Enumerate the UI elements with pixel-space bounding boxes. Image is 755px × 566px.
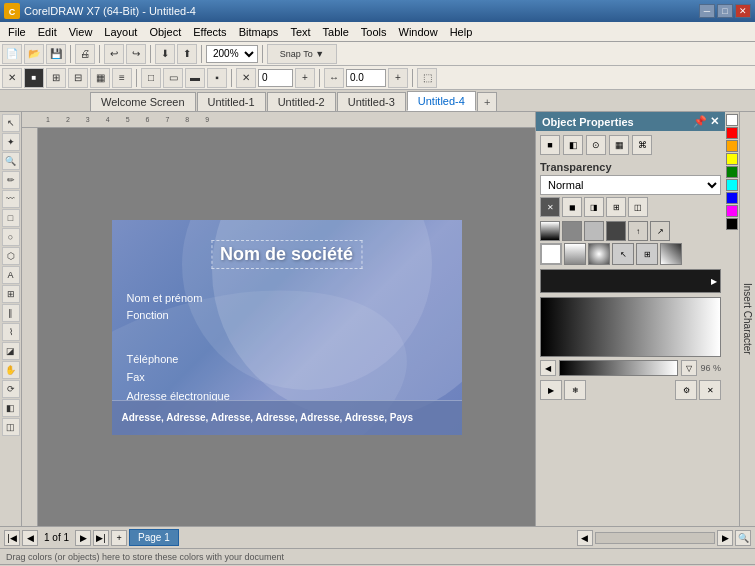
polygon-tool[interactable]: ⬡ [2, 247, 20, 265]
smart-tool[interactable]: 〰 [2, 190, 20, 208]
save-button[interactable]: 💾 [46, 44, 66, 64]
rect-btn[interactable]: □ [141, 68, 161, 88]
gradient-slider[interactable] [559, 360, 678, 376]
sq-swatch-2[interactable] [564, 243, 586, 265]
settings-btn[interactable]: ⚙ [675, 380, 697, 400]
new-button[interactable]: 📄 [2, 44, 22, 64]
minimize-button[interactable]: ─ [699, 4, 715, 18]
menu-table[interactable]: Table [317, 24, 355, 40]
zoom-in-btn[interactable]: 🔍 [735, 530, 751, 546]
menu-view[interactable]: View [63, 24, 99, 40]
menu-text[interactable]: Text [284, 24, 316, 40]
rect3-btn[interactable]: ▬ [185, 68, 205, 88]
menu-edit[interactable]: Edit [32, 24, 63, 40]
parallel-tool[interactable]: ∥ [2, 304, 20, 322]
trans-opt-3[interactable]: ◨ [584, 197, 604, 217]
strip-color-white[interactable] [726, 114, 738, 126]
add-page-btn[interactable]: + [111, 530, 127, 546]
pin-icon[interactable]: 📌 [693, 115, 707, 128]
fill-type-pattern[interactable]: ▦ [609, 135, 629, 155]
strip-color-yellow[interactable] [726, 153, 738, 165]
menu-layout[interactable]: Layout [98, 24, 143, 40]
select-tool[interactable]: ↖ [2, 114, 20, 132]
sq-swatch-3[interactable] [588, 243, 610, 265]
rotation-input[interactable] [258, 69, 293, 87]
scroll-right-btn[interactable]: ▶ [717, 530, 733, 546]
tab-untitled-3[interactable]: Untitled-3 [337, 92, 406, 111]
rect2-btn[interactable]: ▭ [163, 68, 183, 88]
eyedropper-tool[interactable]: ✋ [2, 361, 20, 379]
mirror-h-btn[interactable]: ↔ [324, 68, 344, 88]
cross-icon[interactable]: ✕ [2, 68, 22, 88]
grad-right-btn[interactable]: ▽ [681, 360, 697, 376]
next-page-btn[interactable]: ▶ [75, 530, 91, 546]
add-tab-button[interactable]: + [477, 92, 497, 111]
sq-swatch-4[interactable]: ↖ [612, 243, 634, 265]
sq-swatch-5[interactable]: ⊞ [636, 243, 658, 265]
open-button[interactable]: 📂 [24, 44, 44, 64]
fill-type-flat[interactable]: ■ [540, 135, 560, 155]
rect4-btn[interactable]: ▪ [207, 68, 227, 88]
sq-swatch-1[interactable] [540, 243, 562, 265]
fill-color-btn[interactable]: ■ [24, 68, 44, 88]
rect-tool[interactable]: □ [2, 209, 20, 227]
menu-object[interactable]: Object [143, 24, 187, 40]
shadow-tool[interactable]: ◧ [2, 399, 20, 417]
grid-btn[interactable]: ⊞ [46, 68, 66, 88]
page-1-tab[interactable]: Page 1 [129, 529, 179, 546]
grid3-btn[interactable]: ▦ [90, 68, 110, 88]
insert-character-panel[interactable]: Insert Character [739, 112, 755, 526]
menu-effects[interactable]: Effects [187, 24, 232, 40]
trans-opt-4[interactable]: ⊞ [606, 197, 626, 217]
trans-opt-5[interactable]: ◫ [628, 197, 648, 217]
trans-opt-1[interactable]: ✕ [540, 197, 560, 217]
ellipse-tool[interactable]: ○ [2, 228, 20, 246]
fill-type-linear[interactable]: ◧ [563, 135, 583, 155]
menu-bitmaps[interactable]: Bitmaps [233, 24, 285, 40]
zoom-combo[interactable]: 200%100%50% [206, 45, 258, 63]
print-button[interactable]: 🖨 [75, 44, 95, 64]
trans-opt-2[interactable]: ◼ [562, 197, 582, 217]
align-btn[interactable]: ≡ [112, 68, 132, 88]
zoom-tool[interactable]: 🔍 [2, 152, 20, 170]
canvas-content[interactable]: Nom de société Nom et prénom Fonction Té… [38, 128, 535, 526]
strip-color-magenta[interactable] [726, 205, 738, 217]
angle-input[interactable] [346, 69, 386, 87]
redo-button[interactable]: ↪ [126, 44, 146, 64]
first-page-btn[interactable]: |◀ [4, 530, 20, 546]
fill-tool[interactable]: ◪ [2, 342, 20, 360]
strip-color-cyan[interactable] [726, 179, 738, 191]
last-page-btn[interactable]: ▶| [93, 530, 109, 546]
scroll-left-btn[interactable]: ◀ [577, 530, 593, 546]
grad-left-btn[interactable]: ◀ [540, 360, 556, 376]
transparency-tool[interactable]: ◫ [2, 418, 20, 436]
fill-type-texture[interactable]: ⌘ [632, 135, 652, 155]
tab-untitled-4[interactable]: Untitled-4 [407, 91, 476, 111]
close-button[interactable]: ✕ [735, 4, 751, 18]
node-tool[interactable]: ✦ [2, 133, 20, 151]
strip-color-orange[interactable] [726, 140, 738, 152]
transparency-mode-combo[interactable]: Normal Add Subtract Multiply [540, 175, 721, 195]
undo-button[interactable]: ↩ [104, 44, 124, 64]
prev-page-btn[interactable]: ◀ [22, 530, 38, 546]
fill-type-radial[interactable]: ⊙ [586, 135, 606, 155]
swatch-gray[interactable] [562, 221, 582, 241]
export-button[interactable]: ⬆ [177, 44, 197, 64]
menu-tools[interactable]: Tools [355, 24, 393, 40]
interactive-tool[interactable]: ⟳ [2, 380, 20, 398]
swatch-white-black[interactable] [540, 221, 560, 241]
tab-untitled-2[interactable]: Untitled-2 [267, 92, 336, 111]
tab-untitled-1[interactable]: Untitled-1 [197, 92, 266, 111]
crop-btn[interactable]: ⬚ [417, 68, 437, 88]
freeze-btn[interactable]: ❄ [564, 380, 586, 400]
grid2-btn[interactable]: ⊟ [68, 68, 88, 88]
swatch-dark[interactable] [606, 221, 626, 241]
snap-to-button[interactable]: Snap To ▼ [267, 44, 337, 64]
swatch-arrow2[interactable]: ↗ [650, 221, 670, 241]
connector-tool[interactable]: ⌇ [2, 323, 20, 341]
menu-help[interactable]: Help [444, 24, 479, 40]
strip-color-blue[interactable] [726, 192, 738, 204]
apply-btn[interactable]: ▶ [540, 380, 562, 400]
horizontal-scrollbar[interactable] [595, 532, 715, 544]
table-tool[interactable]: ⊞ [2, 285, 20, 303]
